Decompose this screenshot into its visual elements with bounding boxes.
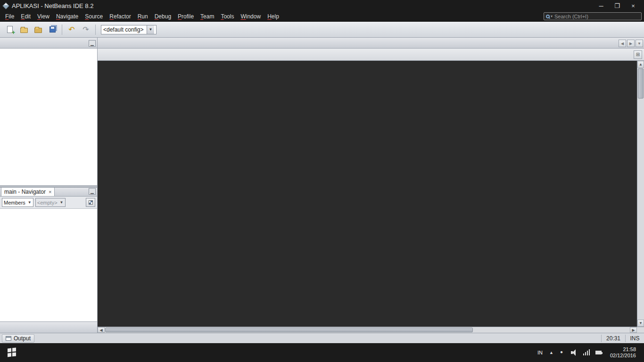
tab-list-dropdown-icon[interactable]: ▼ <box>636 40 643 47</box>
network-icon[interactable] <box>583 348 591 357</box>
grid-icon <box>89 200 93 205</box>
window-title: APLIKASI - NetBeans IDE 8.2 <box>12 2 93 9</box>
windows-taskbar: IN ▲ 21:58 02/12/2016 <box>0 343 644 362</box>
config-select-value: <default config> <box>103 26 143 33</box>
netbeans-app-icon <box>2 2 10 9</box>
caret-position: 20:31 <box>601 335 625 342</box>
tray-time: 21:58 <box>610 346 636 353</box>
save-all-button[interactable] <box>46 23 59 36</box>
new-file-button[interactable] <box>3 23 17 36</box>
config-select[interactable]: <default config> ▼ <box>101 25 157 34</box>
volume-icon[interactable] <box>570 348 579 357</box>
left-panel: ▁ main - Navigator × ▁ Members ▼ <empty>… <box>0 38 98 333</box>
start-button[interactable] <box>0 343 24 362</box>
scroll-tabs-left-icon[interactable]: ◀ <box>619 40 626 47</box>
insert-mode-indicator: INS <box>625 335 644 342</box>
minimize-panel-icon[interactable]: ▁ <box>89 40 96 47</box>
menu-file[interactable]: File <box>2 12 17 21</box>
minimize-panel-icon[interactable]: ▁ <box>89 188 96 195</box>
clock[interactable]: 21:58 02/12/2016 <box>605 346 641 359</box>
close-button[interactable]: × <box>625 0 641 11</box>
new-project-icon <box>20 28 28 33</box>
hidden-icons-chevron[interactable]: ▲ <box>546 350 556 355</box>
scrollbar-track[interactable] <box>637 99 644 320</box>
menu-source[interactable]: Source <box>82 12 106 21</box>
scroll-up-icon[interactable]: ▲ <box>637 61 644 68</box>
search-box[interactable]: ▾ Search (Ctrl+I) <box>544 12 642 20</box>
menu-items: FileEditViewNavigateSourceRefactorRunDeb… <box>2 12 282 21</box>
vertical-scrollbar[interactable]: ▲ ▼ <box>637 61 644 327</box>
output-window-button[interactable]: Output <box>2 334 34 343</box>
battery-icon[interactable] <box>595 348 603 357</box>
open-project-icon <box>34 28 42 33</box>
scrollbar-track[interactable] <box>473 327 630 333</box>
code-editor[interactable] <box>98 61 637 327</box>
members-filter-value: Members <box>4 200 25 206</box>
minimize-button[interactable]: ─ <box>593 0 609 11</box>
undo-icon <box>68 25 74 34</box>
menu-edit[interactable]: Edit <box>17 12 34 21</box>
open-project-button[interactable] <box>32 23 45 36</box>
tab-scroll-controls: ◀ ▶ ▼ <box>618 40 643 47</box>
menu-refactor[interactable]: Refactor <box>106 12 134 21</box>
close-icon[interactable]: × <box>49 189 51 195</box>
menu-run[interactable]: Run <box>134 12 151 21</box>
notification-icon[interactable] <box>558 348 567 357</box>
inspect-members-button[interactable] <box>86 198 95 207</box>
navigator-filter-bar <box>0 321 97 333</box>
chevron-down-icon: ▾ <box>551 14 553 18</box>
undo-button[interactable] <box>65 23 78 36</box>
menu-profile[interactable]: Profile <box>174 12 197 21</box>
output-window-icon <box>6 336 11 341</box>
scrollbar-thumb[interactable] <box>105 328 473 332</box>
scrollbar-thumb[interactable] <box>638 68 644 99</box>
members-filter-select[interactable]: Members ▼ <box>2 198 33 207</box>
editor-area: ◀ ▶ ▼ ⊞ ▲ ▼ ◀ <box>98 38 644 333</box>
empty-filter-value: <empty> <box>37 200 58 206</box>
menu-bar: FileEditViewNavigateSourceRefactorRunDeb… <box>0 11 644 22</box>
chevron-down-icon: ▼ <box>147 25 154 34</box>
split-window-icon[interactable]: ⊞ <box>634 50 642 59</box>
menu-team[interactable]: Team <box>197 12 217 21</box>
scroll-tabs-right-icon[interactable]: ▶ <box>627 40 635 47</box>
scroll-right-icon[interactable]: ▶ <box>630 327 637 333</box>
menu-help[interactable]: Help <box>264 12 282 21</box>
save-all-icon <box>50 26 56 33</box>
status-bar: Output 20:31 INS <box>0 333 644 343</box>
navigator-header: main - Navigator × ▁ <box>0 187 97 197</box>
chevron-down-icon: ▼ <box>28 200 32 205</box>
empty-filter-select[interactable]: <empty> ▼ <box>35 198 66 207</box>
horizontal-scrollbar[interactable]: ◀ ▶ <box>98 327 644 333</box>
maximize-button[interactable]: ❐ <box>609 0 625 11</box>
code-region: ▲ ▼ <box>98 61 644 327</box>
search-placeholder: Search (Ctrl+I) <box>554 14 588 19</box>
tray-date: 02/12/2016 <box>610 353 636 359</box>
scroll-down-icon[interactable]: ▼ <box>637 320 644 327</box>
main-area: ▁ main - Navigator × ▁ Members ▼ <empty>… <box>0 38 644 333</box>
new-file-icon <box>7 26 13 33</box>
menu-navigate[interactable]: Navigate <box>53 12 82 21</box>
redo-button[interactable] <box>79 23 92 36</box>
scrollbar-corner <box>637 327 644 333</box>
file-toolbar-group <box>3 23 59 36</box>
chevron-down-icon: ▼ <box>60 200 64 205</box>
search-icon <box>546 15 550 18</box>
window-controls: ─ ❐ × <box>593 0 641 11</box>
navigator-controls: Members ▼ <empty> ▼ <box>0 197 97 209</box>
language-indicator[interactable]: IN <box>534 350 546 355</box>
title-bar: APLIKASI - NetBeans IDE 8.2 ─ ❐ × <box>0 0 644 11</box>
system-tray: IN ▲ 21:58 02/12/2016 <box>534 343 644 362</box>
new-project-button[interactable] <box>17 23 31 36</box>
menu-window[interactable]: Window <box>237 12 264 21</box>
editor-toolbar: ⊞ <box>98 49 644 61</box>
undo-redo-group <box>65 23 93 36</box>
separator <box>62 25 62 35</box>
projects-tree <box>0 49 97 185</box>
editor-tabs: ◀ ▶ ▼ <box>98 38 644 49</box>
scroll-left-icon[interactable]: ◀ <box>98 327 105 333</box>
redo-icon <box>83 25 89 34</box>
menu-tools[interactable]: Tools <box>217 12 237 21</box>
navigator-tab[interactable]: main - Navigator × <box>1 187 55 196</box>
menu-debug[interactable]: Debug <box>151 12 174 21</box>
menu-view[interactable]: View <box>34 12 53 21</box>
